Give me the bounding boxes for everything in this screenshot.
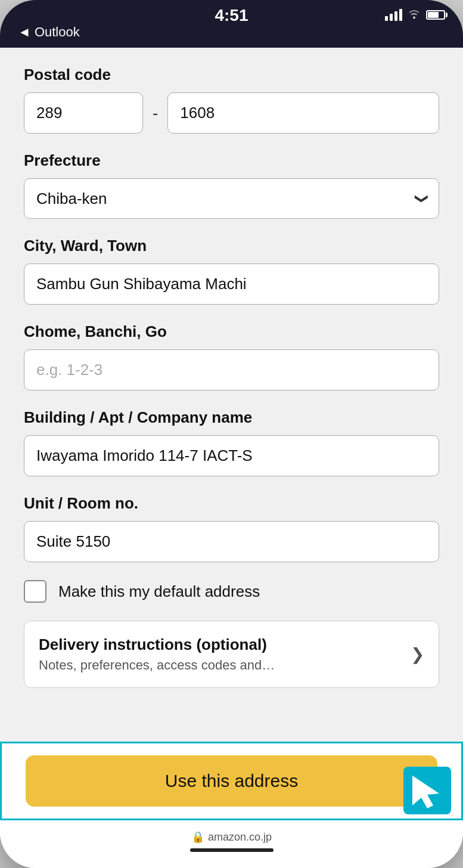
prefecture-select[interactable]: Chiba-ken Tokyo Osaka Kanagawa Aichi [24,178,439,219]
use-address-button[interactable]: Use this address [26,755,437,807]
postal-code-label: Postal code [24,66,439,84]
default-address-label: Make this my default address [58,582,260,601]
unit-section: Unit / Room no. [24,494,439,562]
city-label: City, Ward, Town [24,237,439,255]
bottom-action-area: Use this address [0,742,463,820]
footer-bar: 🔒 amazon.co.jp [0,820,463,868]
unit-input[interactable] [24,521,439,562]
building-input[interactable] [24,435,439,476]
status-icons [385,7,445,22]
chome-label: Chome, Banchi, Go [24,323,439,341]
footer-domain: 🔒 amazon.co.jp [191,830,272,844]
delivery-instructions-card[interactable]: Delivery instructions (optional) Notes, … [24,621,439,688]
default-address-checkbox[interactable] [24,580,46,603]
postal-code-row: - [24,92,439,134]
postal-code-part1-input[interactable] [24,92,143,134]
lock-icon: 🔒 [191,830,204,844]
delivery-card-title: Delivery instructions (optional) [39,636,401,654]
unit-label: Unit / Room no. [24,494,439,513]
chome-section: Chome, Banchi, Go [24,323,439,390]
home-indicator [190,848,274,852]
chome-input[interactable] [24,349,439,390]
building-section: Building / Apt / Company name [24,408,439,476]
city-input[interactable] [24,264,439,305]
battery-icon [426,10,445,20]
chevron-right-icon: ❯ [411,644,424,664]
signal-icon [385,9,402,21]
prefecture-section: Prefecture Chiba-ken Tokyo Osaka Kanagaw… [24,151,439,219]
status-bar: 4:51 ◄ Outlook [0,0,463,48]
postal-code-part2-input[interactable] [167,92,439,134]
building-label: Building / Apt / Company name [24,408,439,427]
default-address-row: Make this my default address [24,580,439,603]
main-content: Postal code - Prefecture Chiba-ken Tokyo… [0,48,463,767]
delivery-card-subtitle: Notes, preferences, access codes and… [39,658,401,673]
prefecture-label: Prefecture [24,151,439,170]
city-section: City, Ward, Town [24,237,439,305]
status-time: 4:51 [215,6,248,25]
postal-separator: - [153,104,158,123]
phone-frame: 4:51 ◄ Outlook [0,0,463,868]
annotation-cursor-icon [403,767,451,814]
back-button[interactable]: ◄ Outlook [18,24,80,40]
wifi-icon [407,7,421,22]
postal-code-section: Postal code - [24,66,439,134]
prefecture-select-wrapper: Chiba-ken Tokyo Osaka Kanagawa Aichi ❯ [24,178,439,219]
